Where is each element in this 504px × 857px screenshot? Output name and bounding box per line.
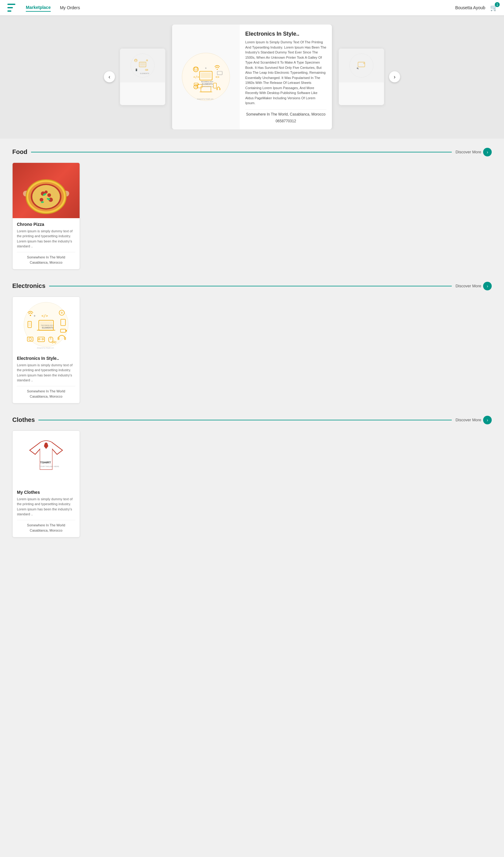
navbar-right: Bousetta Ayoub 🛒 1	[455, 4, 498, 11]
category-food-title: Food	[12, 148, 27, 155]
svg-rect-64	[64, 337, 66, 339]
electronics-products-row: </>	[12, 297, 492, 403]
svg-text:⌨: ⌨	[145, 69, 148, 71]
electronics-product-svg: </>	[20, 298, 72, 351]
svg-rect-59	[28, 322, 31, 326]
navbar-left: Marketplace My Orders	[6, 2, 80, 13]
svg-rect-24	[219, 88, 220, 90]
carousel-wrapper: ‹ ⊞ 📱 ⌨ ELEMENTS	[83, 24, 421, 129]
category-clothes-discover-button[interactable]: ›	[483, 416, 492, 424]
category-electronics-header: Electronics Discover More ›	[12, 282, 492, 290]
category-clothes: Clothes Discover More ›	[12, 416, 492, 537]
category-food-discover-button[interactable]: ›	[483, 148, 492, 156]
svg-point-42	[32, 185, 60, 208]
hero-card-title: Electronics In Style..	[245, 31, 326, 37]
svg-text:⊞: ⊞	[146, 59, 148, 62]
svg-point-22	[195, 86, 197, 88]
svg-text:ELEMENTS: ELEMENTS	[140, 72, 149, 74]
category-electronics-line	[49, 286, 452, 286]
category-clothes-line	[38, 420, 452, 420]
category-food: Food Discover More ›	[12, 148, 492, 269]
category-clothes-title: Clothes	[12, 416, 35, 423]
product-pizza-location-line2: Casablanca, Morocco	[17, 260, 75, 266]
product-clothes-image: TSHIRT YOUR TAGLINE HERE	[13, 431, 80, 486]
svg-point-45	[40, 198, 43, 202]
product-electronics-description: Lorem ipsum is simply dummy text of the …	[17, 363, 75, 383]
svg-point-56	[30, 315, 31, 316]
svg-rect-4	[135, 60, 137, 61]
svg-text:designed by freepik.com: designed by freepik.com	[37, 347, 54, 349]
svg-point-47	[45, 190, 48, 194]
navbar: Marketplace My Orders Bousetta Ayoub 🛒 1	[0, 0, 504, 15]
svg-rect-63	[57, 337, 59, 339]
svg-point-44	[47, 193, 51, 197]
product-clothes-location-line2: Casablanca, Morocco	[17, 528, 75, 534]
category-electronics-title: Electronics	[12, 282, 46, 289]
svg-text:ELEMENTS: ELEMENTS	[42, 326, 53, 329]
product-electronics-image: </>	[13, 297, 80, 352]
cart-badge: 1	[495, 2, 500, 7]
product-card-clothes[interactable]: TSHIRT YOUR TAGLINE HERE My Clothes Lore…	[12, 431, 80, 537]
category-electronics: Electronics Discover More ›	[12, 282, 492, 403]
svg-text:TSHIRT: TSHIRT	[40, 460, 51, 464]
product-card-electronics[interactable]: </>	[12, 297, 80, 403]
carousel-side-card-right: 🔌 ⊞	[339, 49, 384, 105]
product-electronics-name: Electronics In Style..	[17, 356, 75, 361]
hero-card-image: </> <>	[172, 24, 240, 129]
svg-text:TECHNOLOGY: TECHNOLOGY	[201, 81, 214, 83]
main-content: Food Discover More ›	[0, 139, 504, 559]
svg-text:ELEMENTS: ELEMENTS	[202, 83, 213, 85]
svg-text:✦: ✦	[205, 67, 207, 70]
svg-text:⊞: ⊞	[363, 62, 365, 64]
category-electronics-discover-button[interactable]: ›	[483, 282, 492, 290]
category-food-discover-text: Discover More	[455, 150, 481, 154]
hero-card-description: Lorem Ipsum Is Simply Dummy Text Of The …	[245, 40, 326, 106]
side-card-electronics-icon: ⊞ 📱 ⌨ ELEMENTS	[126, 49, 159, 82]
hero-featured-card: </> <>	[172, 24, 332, 129]
svg-rect-2	[140, 63, 145, 66]
svg-text:🔌: 🔌	[356, 67, 359, 69]
product-electronics-location: Somewhere In The World Casablanca, Moroc…	[17, 386, 75, 400]
category-food-discover[interactable]: Discover More ›	[455, 148, 492, 156]
product-card-pizza[interactable]: Chrono Pizza Lorem ipsum is simply dummy…	[12, 163, 80, 269]
pizza-svg-icon	[21, 166, 71, 215]
product-electronics-location-line1: Somewhere In The World	[17, 389, 75, 394]
product-pizza-image	[13, 163, 80, 218]
category-clothes-discover[interactable]: Discover More ›	[455, 416, 492, 424]
food-products-row: Chrono Pizza Lorem ipsum is simply dummy…	[12, 163, 492, 269]
cart-button[interactable]: 🛒 1	[490, 4, 498, 11]
nav-marketplace[interactable]: Marketplace	[26, 4, 51, 12]
logo-icon	[6, 2, 17, 13]
category-electronics-discover[interactable]: Discover More ›	[455, 282, 492, 290]
svg-text:✦: ✦	[33, 314, 36, 318]
user-name: Bousetta Ayoub	[455, 5, 485, 10]
product-clothes-location-line1: Somewhere In The World	[17, 523, 75, 528]
product-pizza-location: Somewhere In The World Casablanca, Moroc…	[17, 252, 75, 266]
category-clothes-header: Clothes Discover More ›	[12, 416, 492, 424]
product-electronics-location-line2: Casablanca, Morocco	[17, 394, 75, 400]
carousel-next-button[interactable]: ›	[389, 71, 400, 82]
side-card-right-inner: 🔌 ⊞	[339, 49, 384, 82]
product-clothes-description: Lorem ipsum is simply dummy text of the …	[17, 497, 75, 517]
svg-point-62	[61, 312, 63, 314]
svg-text:</>: </>	[41, 314, 48, 318]
category-food-line	[31, 152, 452, 152]
hero-card-content: Electronics In Style.. Lorem Ipsum Is Si…	[240, 24, 332, 129]
side-card-inner: ⊞ 📱 ⌨ ELEMENTS	[120, 49, 165, 82]
svg-rect-23	[216, 88, 218, 90]
svg-text:YOUR TAGLINE HERE: YOUR TAGLINE HERE	[39, 465, 59, 467]
svg-text:designed by freepik.com: designed by freepik.com	[197, 98, 213, 100]
svg-text:<>: <>	[215, 75, 219, 79]
svg-point-14	[217, 69, 218, 70]
product-clothes-info: My Clothes Lorem ipsum is simply dummy t…	[13, 486, 80, 537]
carousel-prev-button[interactable]: ‹	[104, 71, 115, 82]
product-pizza-name: Chrono Pizza	[17, 222, 75, 227]
carousel-side-card-left: ⊞ 📱 ⌨ ELEMENTS	[120, 49, 165, 105]
clothes-product-svg: TSHIRT YOUR TAGLINE HERE	[21, 434, 71, 483]
svg-rect-68	[66, 330, 67, 332]
nav-my-orders[interactable]: My Orders	[60, 4, 80, 11]
svg-point-33	[349, 54, 373, 78]
svg-text:TECHNOLOGY: TECHNOLOGY	[41, 324, 54, 326]
svg-rect-27	[198, 84, 199, 85]
product-pizza-description: Lorem ipsum is simply dummy text of the …	[17, 229, 75, 249]
